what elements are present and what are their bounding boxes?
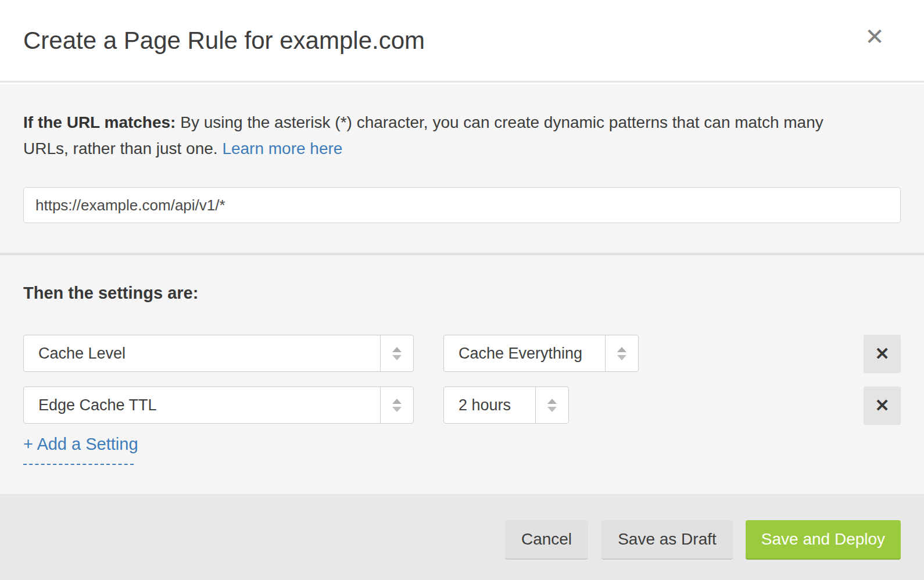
close-icon: ✕ (875, 395, 889, 416)
setting-select-value: Cache Level (38, 335, 126, 371)
learn-more-link[interactable]: Learn more here (222, 139, 342, 157)
setting-select-edge-cache-ttl[interactable]: Edge Cache TTL (23, 386, 414, 424)
save-as-draft-button[interactable]: Save as Draft (601, 520, 733, 558)
settings-section: Then the settings are: Cache Level Cache… (0, 255, 924, 494)
page-title: Create a Page Rule for example.com (23, 24, 425, 57)
url-match-label: If the URL matches: (23, 113, 176, 131)
value-select-value: Cache Everything (459, 335, 582, 371)
setting-select-value: Edge Cache TTL (38, 387, 157, 423)
value-select-ttl[interactable]: 2 hours (443, 386, 569, 424)
close-icon: ✕ (875, 343, 889, 364)
chevron-up-down-icon (380, 387, 413, 423)
chevron-up-down-icon (535, 387, 568, 423)
url-match-description: If the URL matches: By using the asteris… (23, 109, 866, 162)
value-select-value: 2 hours (459, 387, 511, 423)
remove-setting-button[interactable]: ✕ (864, 386, 901, 424)
save-and-deploy-button[interactable]: Save and Deploy (746, 520, 901, 558)
dashed-underline (23, 464, 134, 465)
settings-heading: Then the settings are: (23, 281, 198, 305)
dialog-footer: Cancel Save as Draft Save and Deploy (0, 494, 924, 580)
chevron-up-down-icon (605, 335, 638, 371)
cancel-button[interactable]: Cancel (505, 520, 588, 558)
page-rule-dialog: Create a Page Rule for example.com ✕ If … (0, 0, 924, 580)
setting-row: Cache Level Cache Everything ✕ (0, 335, 924, 372)
url-match-section: If the URL matches: By using the asteris… (0, 84, 924, 253)
value-select-cache-everything[interactable]: Cache Everything (443, 335, 639, 372)
close-icon[interactable]: ✕ (860, 22, 889, 51)
url-pattern-input[interactable] (23, 187, 901, 223)
add-setting-link[interactable]: + Add a Setting (23, 432, 138, 456)
setting-select-cache-level[interactable]: Cache Level (23, 335, 414, 372)
setting-row: Edge Cache TTL 2 hours ✕ (0, 386, 924, 424)
chevron-up-down-icon (380, 335, 413, 371)
dialog-header: Create a Page Rule for example.com ✕ (0, 0, 924, 83)
remove-setting-button[interactable]: ✕ (864, 335, 901, 372)
